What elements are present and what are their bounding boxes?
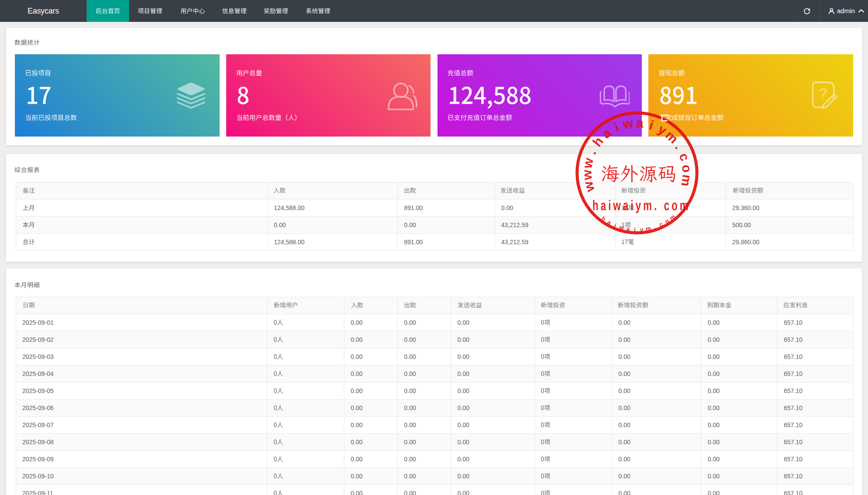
svg-text:?: ? <box>819 85 827 102</box>
